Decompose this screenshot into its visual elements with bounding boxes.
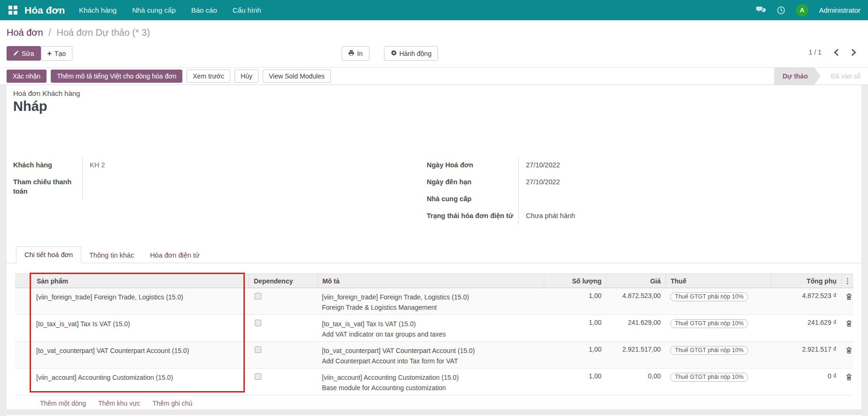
delete-row-trash-icon[interactable] [846,320,852,328]
edit-button[interactable]: Sửa [7,46,41,61]
menu-nha-cung-cap[interactable]: Nhà cung cấp [132,6,176,14]
print-button[interactable]: In [342,46,369,61]
menu-khach-hang[interactable]: Khách hàng [79,6,117,14]
delete-row-trash-icon[interactable] [846,293,852,301]
field-value-ngay-hoa-don: 27/10/2022 [518,157,730,173]
cell-quantity: 1,00 [544,315,606,341]
breadcrumb: Hoá đơn / Hoá đơn Dự thảo (* 3) [7,27,150,38]
header-handle [15,274,31,288]
cell-description-line1: [to_vat_counterpart] VAT Counterpart Acc… [322,345,539,356]
document-type-label: Hoá đơn Khách hàng [13,89,80,97]
messages-icon[interactable] [756,6,766,14]
header-dependency[interactable]: Dependency [249,274,317,288]
cell-quantity: 1,00 [544,342,606,368]
user-menu[interactable]: Administrator [819,6,860,14]
record-title: Nháp [13,97,47,115]
cell-product: [viin_account] Accounting Customization … [36,372,244,383]
add-line-link[interactable]: Thêm một dòng [40,400,86,409]
header-thue[interactable]: Thuế [665,274,771,288]
tab-chi-tiet-hoa-don[interactable]: Chi tiết hoá đơn [16,246,81,263]
activities-clock-icon[interactable] [777,6,785,15]
user-avatar[interactable]: A [796,4,808,16]
printer-icon [348,50,354,57]
add-vietnamese-description-button[interactable]: Thêm mô tả tiếng Việt cho dòng hóa đơn [51,70,182,83]
record-buttons: Sửa + Tạo [7,46,72,61]
dependency-checkbox[interactable] [255,293,261,299]
pencil-icon [13,50,19,57]
topbar-right: A Administrator [756,4,862,16]
view-sold-modules-button[interactable]: View Sold Modules [263,70,331,83]
field-label-nha-cung-cap: Nhà cung cấp [427,190,518,207]
status-pipeline: Dự thảo Đã vào sổ [774,68,868,85]
tax-badge: Thuế GTGT phải nộp 10% [670,373,748,382]
delete-row-trash-icon[interactable] [846,374,852,382]
tax-badge: Thuế GTGT phải nộp 10% [670,319,748,328]
cell-subtotal: 0 ₫ [771,369,841,395]
add-note-link[interactable]: Thêm ghi chú [153,400,193,409]
cell-subtotal: 4.872.523 ₫ [771,288,841,314]
field-label-khach-hang: Khách hàng [13,157,82,173]
cell-description-line1: [viin_account] Accounting Customization … [322,372,539,383]
dependency-checkbox[interactable] [255,373,261,380]
cell-description-line1: [to_tax_is_vat] Tax Is VAT (15.0) [322,319,539,329]
tax-badge: Thuế GTGT phải nộp 10% [670,292,748,301]
cell-price: 0,00 [606,369,665,395]
cell-subtotal: 241.629 ₫ [771,315,841,341]
cell-description-line2: Foreign Trade & Logistics Management [322,302,539,313]
confirm-button[interactable]: Xác nhận [7,70,47,83]
header-so-luong[interactable]: Số lượng [544,274,606,288]
add-section-link[interactable]: Thêm khu vực [98,400,141,409]
preview-button[interactable]: Xem trước [187,70,230,83]
cell-description-line2: Base module for Accounting customization [322,383,539,393]
pager-next-icon[interactable] [851,49,856,56]
top-menu: Khách hàng Nhà cung cấp Báo cáo Cấu hình [79,6,261,14]
cell-subtotal: 2.921.517 ₫ [771,342,841,368]
control-panel: Hoá đơn / Hoá đơn Dự thảo (* 3) Sửa + Tạ… [0,20,868,67]
header-tong-phu[interactable]: Tổng phụ [771,274,841,288]
breadcrumb-parent-link[interactable]: Hoá đơn [7,27,43,38]
field-value-trang-thai-hoa-don-dien-tu: Chưa phát hành [518,207,730,224]
content-area: Hoá đơn Khách hàng Nháp Khách hàng KH 2 … [0,85,868,416]
create-button[interactable]: + Tạo [41,46,72,61]
breadcrumb-current: Hoá đơn Dự thảo (* 3) [56,27,150,38]
notebook-tabs: Chi tiết hoá đơn Thông tin khác Hóa đơn … [7,245,861,263]
cell-product: [viin_foreign_trade] Foreign Trade, Logi… [36,292,244,302]
header-gia[interactable]: Giá [606,274,665,288]
field-label-trang-thai-hoa-don-dien-tu: Trạng thái hóa đơn điện tử [427,207,518,224]
dependency-checkbox[interactable] [255,320,261,326]
tab-hoa-don-dien-tu[interactable]: Hóa đơn điện tử [142,247,207,263]
topbar: Hóa đơn Khách hàng Nhà cung cấp Báo cáo … [0,0,868,20]
tab-thong-tin-khac[interactable]: Thông tin khác [81,247,142,263]
dependency-checkbox[interactable] [255,346,261,353]
field-value-khach-hang[interactable]: KH 2 [90,161,105,169]
menu-bao-cao[interactable]: Báo cáo [191,6,217,14]
table-row[interactable]: [to_vat_counterpart] VAT Counterpart Acc… [15,342,853,369]
cancel-button[interactable]: Hủy [235,70,258,83]
apps-grid-icon[interactable] [8,6,17,15]
cell-description-line2: Add Counterpart Account into Tax form fo… [322,356,539,366]
state-da-vao-so[interactable]: Đã vào sổ [821,68,868,85]
table-row[interactable]: [viin_foreign_trade] Foreign Trade, Logi… [15,288,853,315]
header-mo-ta[interactable]: Mô tả [317,274,544,288]
gear-icon [391,50,397,57]
header-san-pham[interactable]: Sản phẩm [31,274,249,288]
optional-columns-kebab-icon[interactable]: ⋮ [841,274,853,288]
menu-cau-hinh[interactable]: Cấu hình [233,6,261,14]
table-row[interactable]: [to_tax_is_vat] Tax Is VAT (15.0) [to_ta… [15,315,853,342]
cell-description-line1: [viin_foreign_trade] Foreign Trade, Logi… [322,292,539,302]
cell-quantity: 1,00 [544,369,606,395]
statusbar: Xác nhận Thêm mô tả tiếng Việt cho dòng … [0,67,868,85]
cell-description-line2: Add VAT indicator on tax groups and taxe… [322,329,539,339]
invoice-lines-table: Sản phẩm Dependency Mô tả Số lượng Giá T… [15,274,853,409]
action-button[interactable]: Hành động [384,46,438,61]
field-label-tham-chieu-thanh-toan: Tham chiếu thanh toán [13,173,82,200]
app-name[interactable]: Hóa đơn [24,5,65,16]
cell-product: [to_vat_counterpart] VAT Counterpart Acc… [36,345,244,356]
state-du-thao[interactable]: Dự thảo [774,68,821,85]
field-value-nha-cung-cap [518,190,730,207]
table-row[interactable]: [viin_account] Accounting Customization … [15,369,853,395]
tax-badge: Thuế GTGT phải nộp 10% [670,346,748,355]
pager-previous-icon[interactable] [834,49,839,56]
form-group-right: Ngày Hoá đơn 27/10/2022 Ngày đến hạn 27/… [427,157,730,224]
delete-row-trash-icon[interactable] [846,347,852,355]
